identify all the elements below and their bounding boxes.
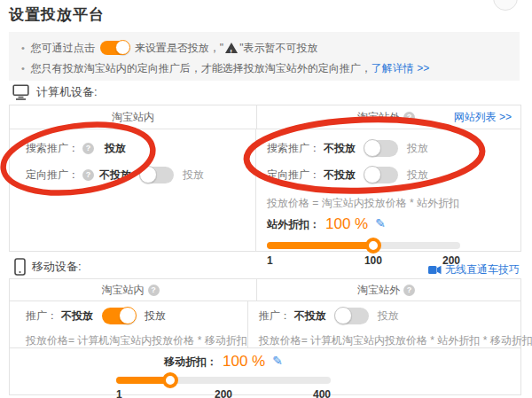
- notice-line-2: • 您只有投放淘宝站内的定向推广后，才能选择投放淘宝站外的定向推广， 了解详情 …: [21, 59, 511, 77]
- offsite-target-toggle[interactable]: [364, 167, 398, 183]
- row-alt: 投放: [183, 168, 204, 183]
- notice-text: 来设置是否投放，": [135, 39, 223, 57]
- mobile-offsite-toggle[interactable]: [335, 308, 369, 324]
- mobile-discount-slider[interactable]: [116, 376, 331, 385]
- notice-text: 您只有投放淘宝站内的定向推广后，才能选择投放淘宝站外的定向推广，: [31, 59, 372, 77]
- wireless-tips-link[interactable]: 无线直通车技巧: [428, 262, 520, 277]
- example-toggle: [100, 41, 129, 55]
- notice-box: • 您可通过点击 来设置是否投放，" "表示暂不可投放 • 您只有投放淘宝站内的…: [9, 32, 520, 81]
- offsite-price-formula: 投放价格 = 淘宝站内投放价格 * 站外折扣: [267, 196, 520, 211]
- header-label: 淘宝站外: [357, 283, 400, 298]
- row-label: 推广：: [259, 308, 291, 324]
- discount-label: 站外折扣：: [267, 217, 320, 232]
- row-label: 推广：: [26, 308, 58, 324]
- mobile-table: 淘宝站内 淘宝站外 推广： 不投放 投放 投放价格= 计算机淘宝站内投放价格 *…: [9, 278, 521, 395]
- header-taobao-offsite: 淘宝站外: [257, 279, 520, 300]
- row-alt: 投放: [378, 308, 399, 324]
- mobile-table-header: 淘宝站内 淘宝站外: [10, 279, 520, 301]
- row-state: 不投放: [294, 308, 326, 324]
- mobile-section-title: 移动设备:: [32, 259, 82, 275]
- slider-knob[interactable]: [162, 372, 178, 388]
- row-value: 投放: [105, 141, 126, 156]
- row-label: 搜索推广：: [267, 141, 320, 156]
- row-label: 定向推广：: [26, 168, 79, 183]
- header-taobao-offsite: 淘宝站外 网站列表 >>: [257, 105, 520, 129]
- onsite-search-row: 搜索推广： 投放: [26, 135, 255, 161]
- computer-section-title: 计算机设备:: [36, 84, 98, 100]
- slider-min-label: 1: [116, 388, 122, 398]
- row-state: 不投放: [324, 168, 356, 183]
- help-icon[interactable]: [403, 285, 415, 296]
- website-list-link[interactable]: 网站列表 >>: [454, 110, 512, 125]
- toggle-knob[interactable]: [364, 139, 381, 157]
- row-label: 定向推广：: [267, 168, 320, 183]
- offsite-search-toggle[interactable]: [364, 140, 398, 157]
- discount-label: 移动折扣：: [164, 355, 217, 370]
- slider-labels: 1 200 400: [116, 388, 331, 398]
- header-label: 淘宝站内: [102, 283, 145, 298]
- offsite-target-row: 定向推广： 不投放 投放: [267, 161, 520, 188]
- corner-help-button[interactable]: [493, 0, 518, 11]
- notice-text: 您可通过点击: [31, 39, 95, 57]
- toggle-knob: [115, 40, 130, 55]
- mobile-table-body: 推广： 不投放 投放 投放价格= 计算机淘宝站内投放价格 * 移动折扣 推广： …: [10, 301, 520, 347]
- help-icon[interactable]: [82, 143, 94, 154]
- row-state: 不投放: [99, 168, 131, 183]
- computer-table-body: 搜索推广： 投放 定向推广： 不投放 投放 搜索推广： 不投放 投放: [10, 129, 520, 251]
- learn-more-link[interactable]: 了解详情 >>: [372, 59, 429, 77]
- mobile-discount-block: 移动折扣： 100 % ✎ 1 200 400: [116, 353, 331, 398]
- slider-max-label: 400: [313, 388, 331, 398]
- computer-table-header: 淘宝站内 淘宝站外 网站列表 >>: [10, 105, 520, 129]
- mobile-onsite-formula: 投放价格= 计算机淘宝站内投放价格 * 移动折扣: [26, 333, 247, 348]
- row-label: 搜索推广：: [26, 141, 79, 156]
- header-label: 淘宝站外: [357, 110, 400, 125]
- header-label: 淘宝站内: [112, 110, 154, 125]
- row-state: 不投放: [324, 141, 356, 156]
- computer-onsite-cell: 搜索推广： 投放 定向推广： 不投放 投放: [10, 129, 256, 251]
- placement-settings-panel: 设置投放平台 • 您可通过点击 来设置是否投放，" "表示暂不可投放 • 您只有…: [0, 0, 532, 398]
- offsite-search-row: 搜索推广： 不投放 投放: [267, 135, 520, 161]
- toggle-knob[interactable]: [139, 166, 157, 183]
- video-camera-icon: [428, 265, 442, 275]
- slider-min-label: 1: [267, 254, 273, 267]
- offsite-discount-row: 站外折扣： 100 % ✎: [267, 215, 520, 233]
- edit-pencil-icon[interactable]: ✎: [375, 216, 386, 230]
- slider-knob[interactable]: [365, 238, 381, 254]
- discount-value: 100 %: [223, 353, 265, 371]
- bullet-icon: •: [21, 59, 25, 77]
- toggle-knob[interactable]: [334, 307, 352, 324]
- header-taobao-onsite: 淘宝站内: [10, 279, 257, 300]
- wireless-tips-label: 无线直通车技巧: [445, 262, 520, 277]
- mobile-discount-footer: 移动折扣： 100 % ✎ 1 200 400: [10, 347, 520, 394]
- notice-text: "表示暂不可投放: [239, 39, 317, 57]
- bullet-icon: •: [21, 39, 25, 57]
- slider[interactable]: [267, 241, 460, 250]
- mobile-discount-row: 移动折扣： 100 % ✎: [116, 353, 331, 371]
- help-icon[interactable]: [148, 285, 160, 296]
- computer-section-label: 计算机设备:: [12, 84, 98, 100]
- mobile-section-label: 移动设备:: [14, 258, 82, 276]
- onsite-target-toggle[interactable]: [140, 167, 174, 183]
- mobile-onsite-cell: 推广： 不投放 投放 投放价格= 计算机淘宝站内投放价格 * 移动折扣: [10, 301, 248, 347]
- slider-mid-label: 100: [364, 254, 382, 267]
- discount-value: 100 %: [325, 215, 368, 233]
- toggle-knob[interactable]: [119, 307, 137, 324]
- warning-triangle-icon: [225, 43, 238, 53]
- mobile-offsite-formula: 投放价格= 计算机淘宝站内投放价格 * 站外折扣 * 移动折扣: [259, 333, 532, 348]
- row-state: 不投放: [61, 308, 93, 324]
- mobile-offsite-row: 推广： 不投放 投放: [259, 303, 532, 328]
- row-alt: 投放: [407, 141, 428, 156]
- mobile-onsite-row: 推广： 不投放 投放: [26, 303, 247, 328]
- row-alt: 投放: [145, 308, 166, 324]
- page-title: 设置投放平台: [9, 4, 105, 25]
- mobile-onsite-toggle[interactable]: [102, 308, 136, 324]
- help-icon[interactable]: [403, 112, 415, 123]
- phone-icon: [14, 258, 26, 276]
- monitor-icon: [12, 84, 30, 100]
- notice-line-1: • 您可通过点击 来设置是否投放，" "表示暂不可投放: [21, 39, 511, 57]
- toggle-knob[interactable]: [364, 166, 381, 183]
- edit-pencil-icon[interactable]: ✎: [272, 354, 283, 368]
- help-icon[interactable]: [82, 169, 94, 181]
- onsite-target-row: 定向推广： 不投放 投放: [26, 161, 255, 188]
- row-alt: 投放: [407, 168, 428, 183]
